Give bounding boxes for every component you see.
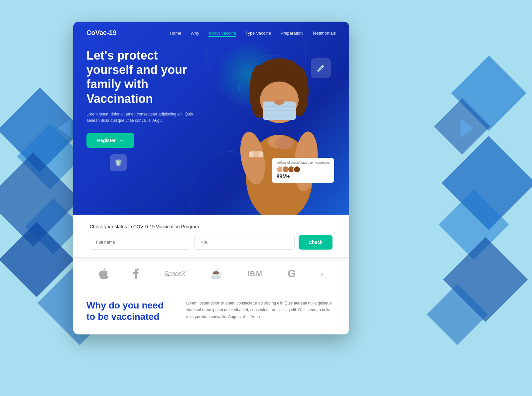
nik-input[interactable] — [194, 235, 295, 250]
shield-icon: 🛡️ — [114, 159, 123, 167]
fullname-input[interactable] — [90, 235, 190, 250]
syringe-icon: 💉 — [317, 64, 326, 73]
stats-card: Millions of people have been vaccinated … — [272, 158, 334, 183]
starbucks-logo: ☕ — [210, 268, 222, 280]
svg-point-17 — [275, 137, 294, 149]
nav-link-home[interactable]: Home — [170, 31, 182, 36]
bg-arrow-right — [461, 118, 474, 138]
hero-description: Lorem ipsum dolor sit amet, consectetur … — [86, 111, 206, 124]
hero-content: Let's protect yourself and your family w… — [86, 48, 206, 148]
partners-section: SpaceX ☕ IBM G › — [73, 257, 349, 290]
check-section: Check your status in COVID-19 Vaccinatio… — [73, 215, 349, 257]
nav-link-testimonials[interactable]: Testimonials — [312, 31, 336, 36]
nav-link-preparation[interactable]: Preparation — [280, 31, 303, 36]
svg-point-13 — [274, 99, 284, 105]
check-button[interactable]: Check — [299, 235, 332, 250]
nav-item-type[interactable]: Type Vaccine — [245, 30, 271, 36]
hero-title: Let's protect yourself and your family w… — [86, 48, 206, 106]
nav-item-home[interactable]: Home — [170, 30, 182, 36]
nav-item-about[interactable]: About Vaccine — [208, 30, 236, 36]
stats-count: 89M+ — [276, 174, 330, 180]
partners-logos: SpaceX ☕ IBM G › — [86, 268, 336, 280]
check-form: Check — [90, 235, 332, 250]
why-title-container: Why do you need to be vaccinated — [86, 300, 173, 322]
nav-links: Home Why About Vaccine Type Vaccine Prep… — [170, 30, 336, 36]
hero-section: CoVac-19 Home Why About Vaccine Type Vac… — [73, 22, 349, 215]
apple-logo — [99, 269, 108, 279]
avatar-4 — [293, 166, 301, 173]
why-title: Why do you need to be vaccinated — [86, 300, 173, 322]
google-logo: G — [288, 268, 296, 280]
register-label: Register — [97, 138, 116, 143]
logo: CoVac-19 — [86, 29, 116, 37]
browser-window: CoVac-19 Home Why About Vaccine Type Vac… — [73, 22, 349, 334]
spacex-logo: SpaceX — [164, 270, 185, 278]
why-description: Lorem ipsum dolor sit amet, consectetur … — [186, 300, 336, 320]
nav-link-about[interactable]: About Vaccine — [208, 31, 236, 37]
bg-arrow-left — [58, 118, 71, 138]
shield-card: 🛡️ — [110, 154, 127, 171]
syringe-card: 💉 — [311, 58, 331, 78]
register-button[interactable]: Register → — [86, 133, 134, 148]
navbar: CoVac-19 Home Why About Vaccine Type Vac… — [73, 22, 349, 44]
svg-rect-15 — [253, 151, 259, 157]
stats-label: Millions of people have been vaccinated — [276, 161, 330, 164]
nav-item-prep[interactable]: Preparation — [280, 30, 303, 36]
ibm-logo: IBM — [247, 270, 263, 278]
why-section: Why do you need to be vaccinated Lorem i… — [73, 290, 349, 332]
facebook-logo — [133, 269, 139, 279]
nav-item-testimonials[interactable]: Testimonials — [312, 30, 336, 36]
nav-link-why[interactable]: Why — [191, 31, 199, 36]
nav-item-why[interactable]: Why — [191, 30, 199, 36]
why-desc-container: Lorem ipsum dolor sit amet, consectetur … — [186, 300, 336, 322]
avatar-group — [276, 166, 330, 173]
next-logo: › — [321, 269, 324, 279]
check-title: Check your status in COVID-19 Vaccinatio… — [90, 224, 332, 229]
register-arrow: → — [119, 138, 124, 143]
nav-link-type[interactable]: Type Vaccine — [245, 31, 271, 36]
